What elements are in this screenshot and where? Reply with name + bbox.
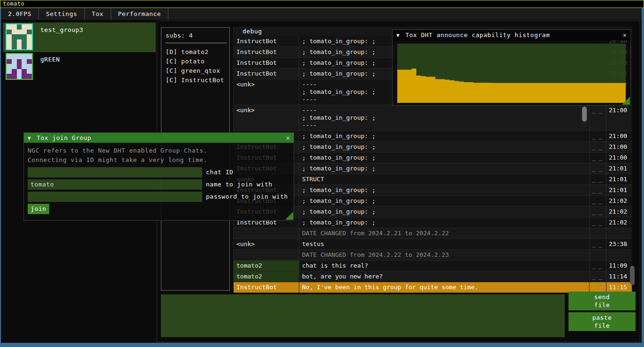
subs-member[interactable]: [D] tomato2 [166, 47, 229, 57]
join-field-label: chat ID [202, 167, 233, 177]
chat-row-message: No, I've been in this group for quite so… [299, 282, 589, 293]
avatar-pixel [7, 64, 12, 69]
avatar-pixel [7, 69, 12, 74]
join-input-password-to-join-with[interactable] [28, 192, 202, 202]
chat-row-receipts: __ [589, 163, 606, 174]
avatar-pixel [17, 34, 22, 39]
chat-row-receipts: __ [589, 217, 606, 228]
chat-row-name: InstructBot [234, 58, 299, 68]
join-button[interactable]: join [28, 204, 49, 214]
chat-row-message: STRUCT [299, 174, 589, 185]
menu-item-2-0fps[interactable]: 2.0FPS [1, 8, 39, 20]
subs-separator [166, 43, 227, 43]
avatar-pixel [17, 44, 22, 49]
chat-row-receipts: __ [589, 207, 606, 217]
tab-debug[interactable]: debug [242, 28, 262, 35]
chat-row-timestamp: 21:01 [606, 185, 632, 195]
histogram-window-titlebar[interactable]: ▼Tox DHT announce capability histogram ✕ [393, 30, 630, 40]
chat-row[interactable]: tomato2bot, are you new here?__11:14 [234, 271, 632, 282]
avatar-pixel [27, 74, 32, 79]
avatar-pixel [17, 24, 22, 30]
chat-row-message: ; tomato_in_group: ; [299, 131, 589, 141]
join-input-chat-id[interactable] [28, 167, 202, 177]
avatar-pixel [17, 54, 22, 59]
chat-system-row[interactable]: DATE CHANGED from 2024.2.22 to 2024.2.23 [234, 250, 632, 261]
avatar-pixel [7, 24, 12, 30]
chat-row-message: ; tomato_in_group: ; [299, 163, 589, 174]
close-icon[interactable]: ✕ [286, 133, 290, 143]
chat-row-timestamp: 21:00 [606, 131, 632, 141]
avatar-pixel [22, 59, 27, 64]
chat-scrollbar-thumb[interactable] [582, 107, 587, 122]
resize-grip[interactable] [622, 97, 630, 105]
avatar-pixel [17, 69, 22, 74]
paste-file-button[interactable]: paste file [568, 312, 636, 331]
chat-row-receipts: __ [589, 271, 606, 282]
dht-capability-plot [397, 44, 626, 103]
chat-system-row[interactable]: DATE CHANGED from 2024.2.21 to 2024.2.22 [234, 228, 632, 239]
avatar-pixel [7, 44, 12, 49]
chat-row-name: InstructBot [234, 47, 299, 57]
avatar-pixel [22, 74, 27, 79]
chat-row-receipts: __ [589, 153, 606, 163]
chat-row-receipts: __ [589, 185, 606, 195]
collapse-arrow-icon[interactable]: ▼ [396, 31, 400, 41]
send-file-button[interactable]: send file [568, 292, 636, 310]
join-window-titlebar[interactable]: ▼Tox join Group ✕ [24, 133, 294, 143]
avatar-pixel [27, 24, 32, 30]
chat-row-message: chat is this real? [299, 261, 589, 271]
chat-row[interactable]: <unk>---- ; tomato_in_group: ; ----__21:… [234, 105, 632, 131]
menu-item-settings[interactable]: Settings [39, 8, 85, 20]
panel-scrollbar-thumb[interactable] [630, 266, 635, 285]
chat-row-timestamp: 21:02 [606, 217, 632, 228]
chat-row-name: InstructBot [234, 282, 299, 293]
join-group-window: ▼Tox join Group ✕ NGC refers to the New … [23, 132, 294, 221]
chat-row-name: tomato2 [234, 261, 299, 271]
join-window-body: NGC refers to the New DHT enabled Group … [24, 143, 294, 214]
chat-row-name: <unk> [234, 239, 299, 249]
chat-row-timestamp: 21:00 [606, 105, 632, 131]
chat-row-name: tomato2 [234, 271, 299, 282]
avatar-pixel [12, 64, 17, 69]
subs-member[interactable]: [C] potato [166, 57, 229, 66]
avatar-pixel [7, 54, 12, 59]
chat-row-message: ---- ; tomato_in_group: ; ---- [299, 105, 589, 131]
chat-row-timestamp: 11:15 [606, 282, 632, 293]
group-name: gREEN [40, 56, 60, 63]
chat-row-name [234, 228, 299, 239]
chat-row-receipts: __ [589, 174, 606, 185]
resize-grip[interactable] [285, 212, 293, 220]
group-item-gREEN[interactable]: gREEN [3, 52, 156, 82]
subs-member[interactable]: [C] InstructBot [166, 76, 229, 85]
avatar-pixel [27, 69, 32, 74]
avatar-pixel [22, 39, 27, 45]
chat-row[interactable]: tomato2chat is this real?__11:09 [234, 261, 632, 271]
app-window: tomato 2.0FPSSettingsToxPerformance test… [0, 0, 644, 347]
chat-row-receipts [589, 250, 606, 260]
message-input[interactable] [161, 294, 565, 337]
avatar-pixel [17, 30, 22, 35]
avatar-pixel [27, 54, 32, 59]
chat-row-message: ; tomato_in_group: ; [299, 142, 589, 152]
menu-item-performance[interactable]: Performance [111, 8, 169, 20]
join-input-name-to-join-with[interactable]: tomato [28, 179, 202, 190]
join-field-row: tomatoname to join with [28, 179, 294, 190]
avatar-pixel [12, 54, 17, 59]
avatar-pixel [7, 39, 12, 45]
window-title-bar[interactable]: tomato [0, 0, 644, 8]
subs-member[interactable]: [C] green_qtox [166, 66, 229, 76]
group-item-test_group3[interactable]: test_group3 [3, 23, 156, 52]
chat-row[interactable]: <unk>testus__23:38 [234, 239, 632, 250]
avatar-pixel [12, 69, 17, 74]
collapse-arrow-icon[interactable]: ▼ [28, 133, 31, 143]
avatar-pixel [27, 59, 32, 64]
avatar-pixel [27, 44, 32, 49]
chat-row-receipts [589, 228, 606, 239]
close-icon[interactable]: ✕ [623, 30, 627, 40]
group-name: test_group3 [40, 26, 83, 33]
chat-row-receipts: __ [589, 131, 606, 141]
avatar-pixel [22, 34, 27, 39]
avatar-pixel [7, 74, 12, 79]
menu-item-tox[interactable]: Tox [85, 8, 111, 20]
avatar-pixel [7, 34, 12, 39]
